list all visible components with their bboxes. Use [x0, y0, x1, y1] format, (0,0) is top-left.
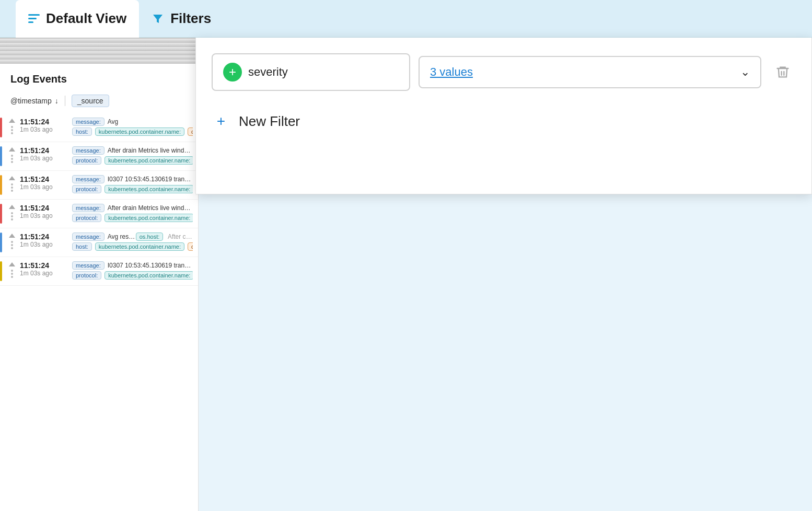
log-ago-value: 1m 03s ago	[20, 183, 68, 191]
message-tag: message:	[72, 118, 105, 126]
log-timestamp: 11:51:24 1m 03s ago	[20, 233, 72, 248]
more-options-icon[interactable]	[10, 211, 14, 222]
severity-bar	[0, 204, 2, 224]
row-controls	[4, 233, 20, 250]
row-controls	[4, 118, 20, 135]
table-row: 11:51:24 1m 03s ago message: I0307 10:53…	[0, 257, 198, 286]
new-filter-button[interactable]: + New Filter	[212, 107, 796, 136]
container-tag: kubernetes.pod.container.name:	[95, 242, 184, 251]
container-tag: kubernetes.pod.container.name:	[105, 156, 193, 165]
protocol-tag: protocol:	[72, 156, 101, 165]
row-controls	[4, 261, 20, 279]
log-content: message: Avg response from 10.121.12 is …	[72, 233, 193, 252]
container-tag: kubernetes.pod.container.name:	[105, 185, 193, 193]
severity-bar	[0, 261, 2, 281]
log-controls: @timestamp ↓ _source	[0, 90, 198, 113]
log-time-value: 11:51:24	[20, 118, 68, 126]
chevron-down-icon: ⌄	[740, 65, 750, 79]
message-tag: message:	[72, 204, 105, 212]
container-tag: kubernetes.pod.container.name:	[95, 127, 184, 136]
filters-tab[interactable]: Filters	[139, 0, 224, 38]
timestamp-sort-button[interactable]: @timestamp ↓	[10, 97, 59, 105]
table-row: 11:51:24 1m 03s ago message: Avg host: s…	[0, 113, 198, 142]
delete-filter-button[interactable]	[770, 59, 796, 85]
row-controls	[4, 146, 20, 164]
default-view-tab[interactable]: Default View	[16, 0, 139, 38]
log-timestamp: 11:51:24 1m 03s ago	[20, 175, 72, 191]
expand-icon[interactable]	[9, 147, 15, 152]
expand-icon[interactable]	[9, 205, 15, 209]
log-content: message: I0307 10:53:45.130619 transport…	[72, 261, 193, 281]
left-panel: Log Events @timestamp ↓ _source	[0, 38, 199, 511]
log-timestamp: 11:51:24 1m 03s ago	[20, 204, 72, 219]
log-timestamp: 11:51:24 1m 03s ago	[20, 118, 72, 133]
table-row: 11:51:24 1m 03s ago message: After drain…	[0, 142, 198, 171]
more-options-icon[interactable]	[10, 182, 14, 193]
oshost-tag: os.host:	[136, 233, 164, 241]
log-timestamp: 11:51:24 1m 03s ago	[20, 146, 72, 162]
log-content: message: After drain Metrics live window…	[72, 146, 193, 166]
header-blur	[0, 38, 198, 64]
log-ago-value: 1m 03s ago	[20, 126, 68, 133]
table-row: 11:51:24 1m 03s ago message: I0307 10:53…	[0, 171, 198, 200]
filter-field-button[interactable]: + severity	[212, 53, 410, 91]
filter-add-icon: +	[223, 63, 242, 82]
message-value: Avg response from 10.121.12 is 124ms	[108, 233, 136, 240]
row-controls	[4, 204, 20, 222]
oshost-value: After cleaning heartbeatEntryStates...	[166, 233, 193, 240]
filter-values-text: 3 values	[430, 65, 473, 79]
severity-bar	[0, 233, 2, 252]
image-tag: container.image.name:	[188, 242, 193, 251]
filter-values-button[interactable]: 3 values ⌄	[419, 56, 761, 88]
protocol-tag: protocol:	[72, 271, 101, 280]
table-row: 11:51:24 1m 03s ago message: Avg respons…	[0, 228, 198, 257]
host-tag: host:	[72, 127, 92, 136]
timestamp-label: @timestamp	[10, 97, 52, 105]
table-row: 11:51:24 1m 03s ago message: After drain…	[0, 200, 198, 228]
expand-icon[interactable]	[9, 176, 15, 180]
log-time-value: 11:51:24	[20, 261, 68, 270]
hamburger-icon[interactable]	[28, 14, 40, 23]
severity-bar	[0, 146, 2, 166]
filters-panel: + severity 3 values ⌄ + New Filter	[195, 38, 812, 194]
filter-field-name: severity	[248, 65, 288, 79]
more-options-icon[interactable]	[10, 154, 14, 164]
message-tag: message:	[72, 233, 105, 241]
host-tag: host:	[72, 242, 92, 251]
message-tag: message:	[72, 146, 105, 155]
source-badge[interactable]: _source	[72, 95, 109, 107]
controls-divider	[65, 96, 65, 106]
log-time-value: 11:51:24	[20, 233, 68, 241]
more-options-icon[interactable]	[10, 269, 14, 279]
container-tag: kubernetes.pod.container.name:	[105, 271, 193, 280]
expand-icon[interactable]	[9, 234, 15, 238]
severity-bar	[0, 175, 2, 195]
log-ago-value: 1m 03s ago	[20, 241, 68, 248]
protocol-tag: protocol:	[72, 185, 101, 193]
message-value: Avg	[108, 118, 118, 125]
protocol-tag: protocol:	[72, 214, 101, 222]
log-time-value: 11:51:24	[20, 175, 68, 183]
trash-icon	[775, 65, 790, 79]
log-content: message: I0307 10:53:45.130619 transport…	[72, 175, 193, 195]
log-content: message: After drain Metrics live window…	[72, 204, 193, 224]
main-area: Log Events @timestamp ↓ _source	[0, 38, 812, 511]
default-view-title: Default View	[46, 10, 126, 27]
message-value: After drain Metrics live window has 3093…	[108, 204, 193, 212]
more-options-icon[interactable]	[10, 125, 14, 135]
filters-title: Filters	[170, 10, 211, 27]
expand-icon[interactable]	[9, 262, 15, 266]
log-content: message: Avg host: spm-receiver kubernet…	[72, 118, 193, 137]
filter-icon	[152, 13, 164, 25]
more-options-icon[interactable]	[10, 240, 14, 250]
log-time-value: 11:51:24	[20, 204, 68, 212]
log-ago-value: 1m 03s ago	[20, 270, 68, 277]
expand-icon[interactable]	[9, 119, 15, 123]
log-time-value: 11:51:24	[20, 146, 68, 155]
top-bar: Default View Filters	[0, 0, 812, 38]
log-ago-value: 1m 03s ago	[20, 212, 68, 219]
message-tag: message:	[72, 261, 105, 270]
severity-bar	[0, 118, 2, 137]
log-ago-value: 1m 03s ago	[20, 155, 68, 162]
message-value: I0307 10:53:45.130619 transport: loopyWr…	[108, 176, 193, 183]
